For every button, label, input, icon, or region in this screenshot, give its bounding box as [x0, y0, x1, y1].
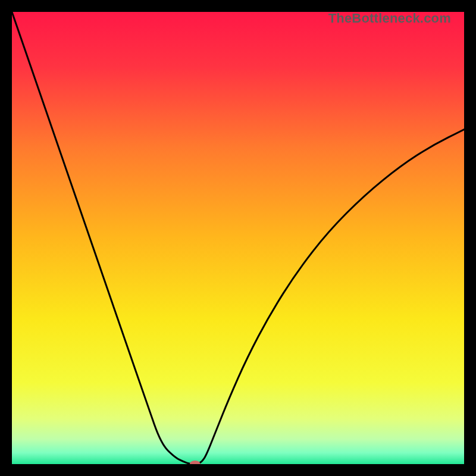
bottleneck-chart [12, 12, 464, 464]
chart-background [12, 12, 464, 464]
watermark-text: TheBottleneck.com [328, 11, 451, 26]
chart-frame: TheBottleneck.com [12, 12, 464, 464]
